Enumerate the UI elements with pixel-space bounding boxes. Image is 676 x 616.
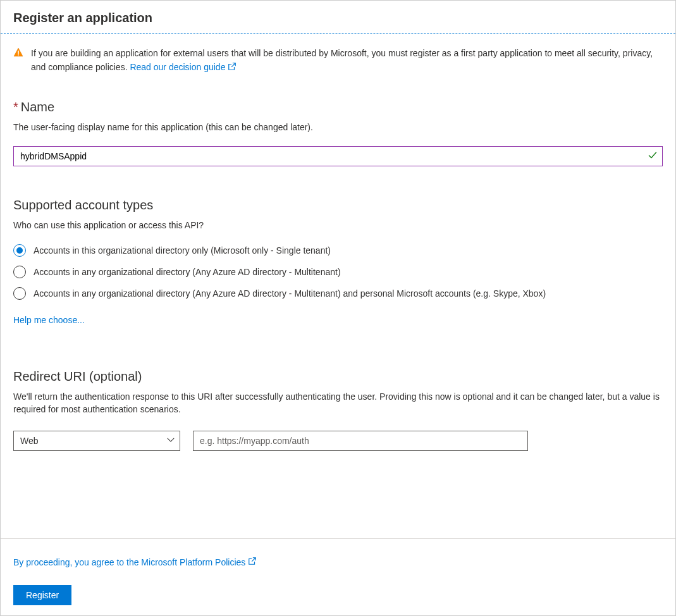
radio-label: Accounts in this organizational director… <box>34 245 331 256</box>
svg-rect-1 <box>18 54 19 56</box>
name-description: The user-facing display name for this ap… <box>13 121 663 133</box>
radio-label: Accounts in any organizational directory… <box>34 267 341 277</box>
radio-icon <box>13 244 26 257</box>
account-types-section: Supported account types Who can use this… <box>13 198 663 369</box>
footer: By proceeding, you agree to the Microsof… <box>1 538 675 615</box>
register-button[interactable]: Register <box>13 585 71 605</box>
app-name-input[interactable] <box>13 146 663 166</box>
account-types-title: Supported account types <box>13 198 663 213</box>
svg-rect-0 <box>18 51 19 54</box>
redirect-type-select[interactable]: Web <box>13 431 180 451</box>
chevron-down-icon <box>166 436 175 447</box>
help-me-choose-link[interactable]: Help me choose... <box>13 315 85 325</box>
redirect-uri-input[interactable] <box>193 431 528 451</box>
radio-icon <box>13 287 26 300</box>
name-label: *Name <box>13 100 663 114</box>
external-link-icon <box>228 61 237 75</box>
required-indicator: * <box>13 100 18 114</box>
redirect-uri-section: Redirect URI (optional) We'll return the… <box>13 369 663 451</box>
redirect-description: We'll return the authentication response… <box>13 390 663 416</box>
alert-text: If you are building an application for e… <box>31 46 663 75</box>
radio-single-tenant[interactable]: Accounts in this organizational director… <box>13 244 663 257</box>
select-value: Web <box>20 436 39 446</box>
radio-label: Accounts in any organizational directory… <box>34 288 546 299</box>
info-alert: If you are building an application for e… <box>13 46 663 75</box>
name-section: *Name The user-facing display name for t… <box>13 100 663 166</box>
account-types-description: Who can use this application or access t… <box>13 219 663 231</box>
decision-guide-link[interactable]: Read our decision guide <box>130 62 237 72</box>
platform-policies-link[interactable]: By proceeding, you agree to the Microsof… <box>13 557 257 567</box>
account-types-radio-group: Accounts in this organizational director… <box>13 244 663 300</box>
radio-multitenant[interactable]: Accounts in any organizational directory… <box>13 266 663 278</box>
radio-icon <box>13 266 26 278</box>
redirect-title: Redirect URI (optional) <box>13 369 663 384</box>
check-icon <box>648 151 658 163</box>
page-title: Register an application <box>13 11 663 25</box>
radio-multitenant-personal[interactable]: Accounts in any organizational directory… <box>13 287 663 300</box>
warning-icon <box>13 47 23 59</box>
external-link-icon <box>248 557 257 567</box>
page-header: Register an application <box>1 1 675 34</box>
